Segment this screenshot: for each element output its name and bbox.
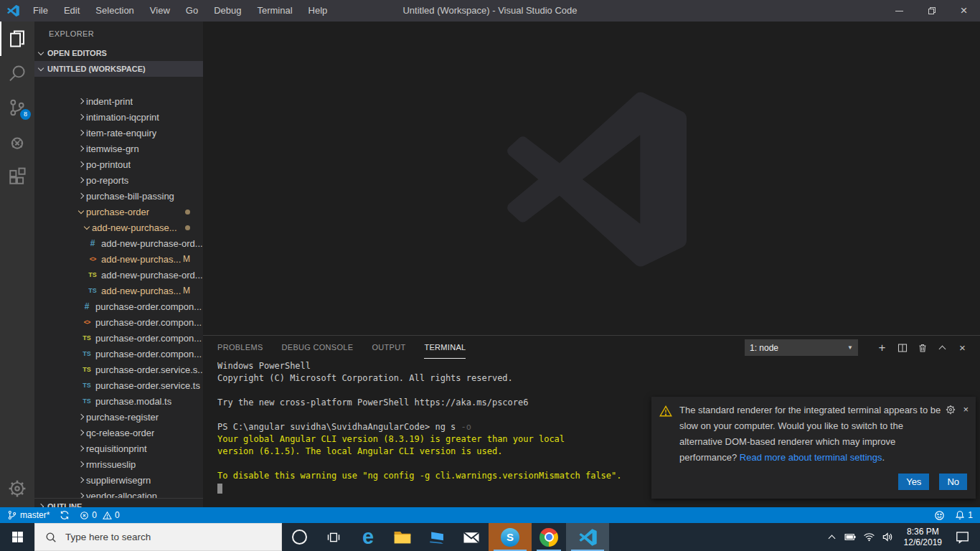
vscode-taskbar-button[interactable]	[566, 523, 609, 551]
file-explorer-button[interactable]	[385, 523, 420, 551]
panel-tab-debug-console[interactable]: DEBUG CONSOLE	[282, 336, 354, 359]
tree-item-indent-print[interactable]: indent-print	[34, 98, 203, 109]
tree-item-add-new-purchas-[interactable]: <>add-new-purchas...M	[34, 251, 203, 267]
chrome-button[interactable]	[532, 523, 566, 551]
feedback-smiley[interactable]	[934, 507, 945, 523]
taskbar-search[interactable]	[34, 523, 282, 551]
tree-item-item-rate-enquiry[interactable]: item-rate-enquiry	[34, 125, 203, 141]
tree-item-rmrissueslip[interactable]: rmrissueslip	[34, 456, 203, 472]
menu-view[interactable]: View	[142, 0, 178, 22]
workspace-section-header[interactable]: UNTITLED (WORKSPACE)	[34, 61, 203, 77]
ts-file-icon: TS	[82, 382, 92, 389]
device-app-button[interactable]	[420, 523, 454, 551]
tree-item-po-printout[interactable]: po-printout	[34, 156, 203, 172]
tree-item-qc-release-order[interactable]: qc-release-order	[34, 425, 203, 441]
notifications-bell[interactable]: 1	[955, 507, 973, 523]
menu-go[interactable]: Go	[178, 0, 206, 22]
close-window-button[interactable]: ×	[948, 0, 980, 22]
tree-item-purchase-bill-passing[interactable]: purchase-bill-passing	[34, 188, 203, 204]
skype-button[interactable]: S	[489, 523, 532, 551]
close-icon: ×	[959, 342, 966, 354]
tree-item-label: po-printout	[86, 159, 131, 170]
edge-button[interactable]: e	[351, 523, 385, 551]
tree-item-purchase-order-compon-[interactable]: TSpurchase-order.compon...	[34, 346, 203, 362]
terminal-select[interactable]: 1: node ▼	[745, 339, 858, 356]
yes-button[interactable]: Yes	[898, 474, 929, 490]
tree-item-add-new-purchase-ord-[interactable]: TSadd-new-purchase-ord...	[34, 267, 203, 283]
tree-item-purchase-order-service-s-[interactable]: TSpurchase-order.service.s...	[34, 362, 203, 377]
activity-extensions-button[interactable]	[0, 159, 34, 194]
activity-search-button[interactable]	[0, 56, 34, 90]
tree-item-po-reports[interactable]: po-reports	[34, 172, 203, 188]
tree-item-intimation-iqcprint[interactable]: intimation-iqcprint	[34, 109, 203, 125]
notification-gear-icon[interactable]	[946, 405, 956, 415]
activity-source-control-button[interactable]: 8	[0, 90, 34, 125]
menu-edit[interactable]: Edit	[56, 0, 88, 22]
tree-item-requisitionprint[interactable]: requisitionprint	[34, 441, 203, 456]
tree-item-purchase-modal-ts[interactable]: TSpurchase.modal.ts	[34, 393, 203, 409]
notification-message-line: alternative DOM-based renderer which may…	[679, 434, 916, 450]
action-center-button[interactable]	[948, 523, 976, 551]
tree-item-purchase-order-compon-[interactable]: <>purchase-order.compon...	[34, 314, 203, 330]
taskbar-clock[interactable]: 8:36 PM 12/6/2019	[897, 527, 948, 548]
tree-item-purchase-order-compon-[interactable]: TSpurchase-order.compon...	[34, 330, 203, 346]
mail-button[interactable]	[454, 523, 489, 551]
cortana-button[interactable]	[282, 523, 316, 551]
restore-button[interactable]	[915, 0, 948, 22]
tree-item-add-new-purchase-[interactable]: add-new-purchase...	[34, 220, 203, 235]
outline-section-header[interactable]: OUTLINE	[34, 498, 203, 507]
sidebar-title: EXPLORER	[34, 22, 203, 45]
notification-close-icon[interactable]: ×	[963, 404, 969, 415]
activity-explorer-button[interactable]	[0, 22, 34, 56]
file-tree: indent-printintimation-iqcprintitem-rate…	[34, 98, 203, 498]
tree-item-label: requisitionprint	[86, 443, 147, 454]
new-terminal-button[interactable]: +	[875, 340, 890, 356]
open-editors-section-header[interactable]: OPEN EDITORS	[34, 45, 203, 61]
tree-item-add-new-purchase-ord-[interactable]: #add-new-purchase-ord...	[34, 235, 203, 251]
chevron-right-icon	[76, 446, 86, 451]
tree-item-label: purchase-order.compon...	[95, 349, 202, 359]
tree-item-purchase-order-compon-[interactable]: #purchase-order.compon...	[34, 298, 203, 314]
tree-item-purchase-order[interactable]: purchase-order	[34, 204, 203, 220]
minimize-button[interactable]	[883, 0, 915, 22]
notification-message-line: performance? Read more about terminal se…	[679, 450, 916, 466]
menu-help[interactable]: Help	[301, 0, 336, 22]
tree-item-purchase-register[interactable]: purchase-register	[34, 409, 203, 425]
chevron-right-icon	[76, 115, 86, 119]
terminal-line: Windows PowerShell	[217, 360, 980, 372]
kill-terminal-button[interactable]	[915, 340, 930, 356]
tree-item-purchase-order-service-ts[interactable]: TSpurchase-order.service.ts	[34, 377, 203, 393]
menu-debug[interactable]: Debug	[206, 0, 249, 22]
tree-item-label: purchase-register	[86, 412, 159, 423]
menu-selection[interactable]: Selection	[88, 0, 141, 22]
panel-tab-problems[interactable]: PROBLEMS	[217, 336, 263, 359]
terminal-select-value: 1: node	[750, 343, 778, 353]
battery-indicator[interactable]	[842, 523, 860, 551]
menu-terminal[interactable]: Terminal	[249, 0, 300, 22]
git-branch-status[interactable]: master*	[7, 507, 50, 523]
split-terminal-button[interactable]	[895, 340, 910, 356]
panel-tab-output[interactable]: OUTPUT	[372, 336, 405, 359]
folder-icon	[393, 528, 412, 547]
wifi-indicator[interactable]	[860, 523, 879, 551]
activity-debug-button[interactable]	[0, 125, 34, 159]
close-panel-button[interactable]: ×	[955, 340, 970, 356]
tree-item-vendor-allocation[interactable]: vendor-allocation	[34, 488, 203, 498]
status-bar-right: 1	[934, 507, 973, 523]
tray-expand-button[interactable]	[823, 523, 842, 551]
no-button[interactable]: No	[939, 474, 967, 490]
search-input[interactable]	[64, 531, 246, 543]
start-button[interactable]	[0, 523, 34, 551]
menu-file[interactable]: File	[25, 0, 56, 22]
maximize-panel-button[interactable]	[935, 340, 950, 356]
tree-item-itemwise-grn[interactable]: itemwise-grn	[34, 141, 203, 156]
tree-item-supplierwisegrn[interactable]: supplierwisegrn	[34, 472, 203, 488]
task-view-button[interactable]	[316, 523, 351, 551]
problems-status[interactable]: 0 0	[80, 507, 119, 523]
tree-item-add-new-purchas-[interactable]: TSadd-new-purchas...M	[34, 283, 203, 298]
settings-gear-button[interactable]	[0, 474, 34, 503]
panel-tab-terminal[interactable]: TERMINAL	[424, 336, 466, 359]
volume-indicator[interactable]	[879, 523, 897, 551]
terminal-settings-link[interactable]: Read more about terminal settings	[740, 452, 882, 463]
sync-status[interactable]	[60, 507, 70, 523]
